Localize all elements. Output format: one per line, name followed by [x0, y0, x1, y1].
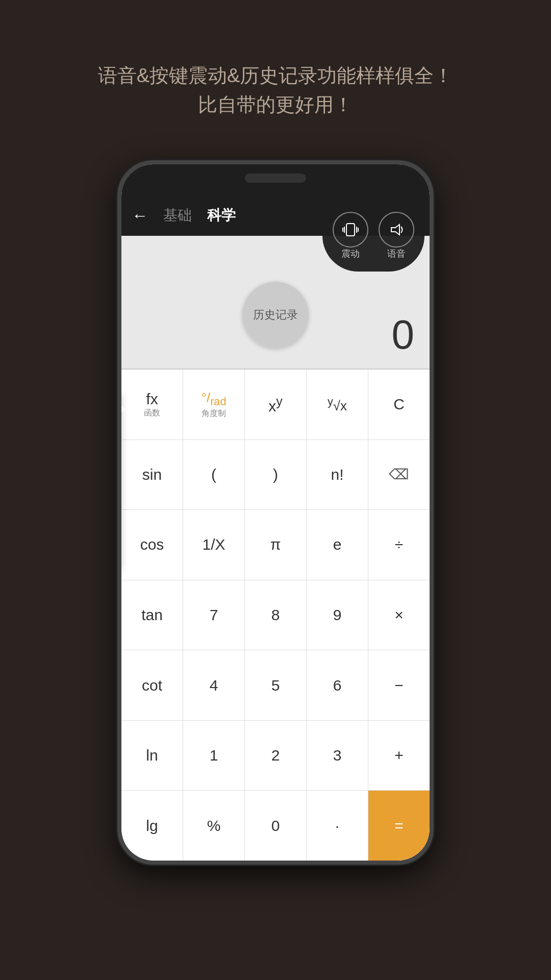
- key-5[interactable]: 5: [245, 650, 307, 720]
- key-percent[interactable]: %: [183, 791, 245, 861]
- key-open-paren[interactable]: (: [183, 440, 245, 510]
- svg-marker-5: [391, 225, 399, 235]
- power-button: [432, 266, 434, 307]
- key-1[interactable]: 1: [183, 721, 245, 791]
- sound-label: 语音: [387, 248, 406, 260]
- back-button[interactable]: ←: [132, 206, 148, 225]
- key-equals[interactable]: =: [368, 791, 430, 861]
- tab-science[interactable]: 科学: [207, 206, 236, 225]
- key-row-4: tan 7 8 9 ×: [121, 580, 430, 651]
- phone-screen: ← 基础 科学: [121, 164, 430, 861]
- key-multiply[interactable]: ×: [368, 580, 430, 650]
- key-row-7: lg % 0 · =: [121, 791, 430, 861]
- key-reciprocal[interactable]: 1/X: [183, 510, 245, 580]
- key-sin[interactable]: sin: [121, 440, 183, 510]
- vibrate-icon-wrapper: 震动: [333, 212, 368, 260]
- key-pi[interactable]: π: [245, 510, 307, 580]
- key-cos[interactable]: cos: [121, 510, 183, 580]
- key-power[interactable]: xy: [245, 370, 307, 439]
- promo-text: 语音&按键震动&历史记录功能样样俱全！ 比自带的更好用！: [0, 0, 551, 150]
- icons-row: 震动 语音: [333, 212, 414, 260]
- key-2[interactable]: 2: [245, 721, 307, 791]
- key-delete[interactable]: ⌫: [368, 440, 430, 510]
- key-4[interactable]: 4: [183, 650, 245, 720]
- phone-wrapper: ← 基础 科学: [0, 160, 551, 865]
- svg-rect-0: [346, 224, 355, 236]
- promo-line2: 比自带的更好用！: [31, 90, 520, 119]
- history-button[interactable]: 历史记录: [242, 282, 309, 348]
- key-dot[interactable]: ·: [307, 791, 368, 861]
- key-root[interactable]: y√x: [307, 370, 368, 439]
- floating-icons-panel: 震动 语音: [322, 200, 424, 272]
- key-subtract[interactable]: −: [368, 650, 430, 720]
- key-degree[interactable]: °/rad 角度制: [183, 370, 245, 439]
- promo-line1: 语音&按键震动&历史记录功能样样俱全！: [31, 61, 520, 90]
- key-row-2: sin ( ) n! ⌫: [121, 440, 430, 510]
- side-button-1: [117, 256, 119, 287]
- key-9[interactable]: 9: [307, 580, 368, 650]
- sound-icon-wrapper: 语音: [379, 212, 414, 260]
- key-clear[interactable]: C: [368, 370, 430, 439]
- key-close-paren[interactable]: ): [245, 440, 307, 510]
- key-euler[interactable]: e: [307, 510, 368, 580]
- keyboard: fx-1 反函数 sin-1 cos-1 tan-1 cot-1: [121, 370, 430, 861]
- key-factorial[interactable]: n!: [307, 440, 368, 510]
- key-ln[interactable]: ln: [121, 721, 183, 791]
- phone-speaker: [245, 174, 306, 183]
- vibrate-button[interactable]: [333, 212, 368, 248]
- sound-button[interactable]: [379, 212, 414, 248]
- key-lg[interactable]: lg: [121, 791, 183, 861]
- key-cot[interactable]: cot: [121, 650, 183, 720]
- key-6[interactable]: 6: [307, 650, 368, 720]
- key-7[interactable]: 7: [183, 580, 245, 650]
- phone-frame: ← 基础 科学: [117, 160, 434, 865]
- display-number: 0: [392, 311, 415, 358]
- volume-up-button: [117, 297, 119, 348]
- key-row-5: cot 4 5 6 −: [121, 650, 430, 721]
- key-3[interactable]: 3: [307, 721, 368, 791]
- vibrate-label: 震动: [341, 248, 360, 260]
- key-8[interactable]: 8: [245, 580, 307, 650]
- nav-tabs: 基础 科学: [163, 206, 236, 225]
- volume-down-button: [117, 358, 119, 409]
- top-bar: ← 基础 科学: [121, 195, 430, 236]
- key-add[interactable]: +: [368, 721, 430, 791]
- key-row-3: cos 1/X π e ÷: [121, 510, 430, 580]
- key-row-6: ln 1 2 3 +: [121, 721, 430, 791]
- key-tan[interactable]: tan: [121, 580, 183, 650]
- tab-basic[interactable]: 基础: [163, 206, 192, 225]
- key-fx[interactable]: fx 函数: [121, 370, 183, 439]
- key-0[interactable]: 0: [245, 791, 307, 861]
- key-row-1: fx 函数 °/rad 角度制 xy y√x C: [121, 370, 430, 440]
- key-divide[interactable]: ÷: [368, 510, 430, 580]
